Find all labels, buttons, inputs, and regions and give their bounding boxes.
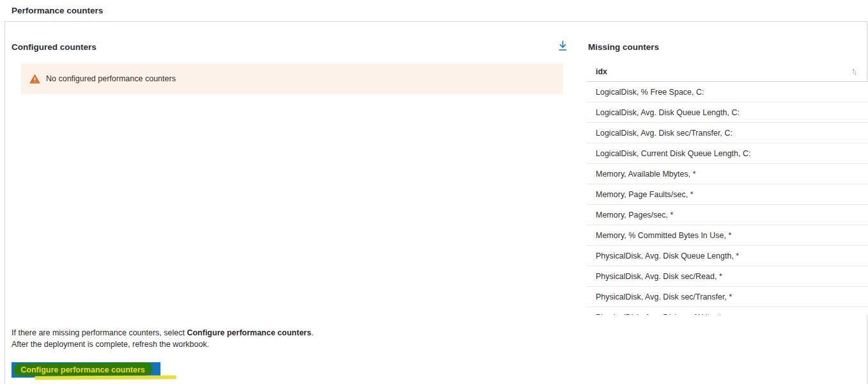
table-row[interactable]: LogicalDisk, Current Disk Queue Length, …: [587, 143, 868, 164]
instruction-bold-segment: Configure performance counters: [187, 328, 311, 337]
table-row[interactable]: Memory, % Committed Bytes In Use, *: [587, 225, 868, 246]
missing-counters-heading: Missing counters: [588, 42, 659, 52]
instruction-line-2: After the deployment is complete, refres…: [12, 339, 313, 351]
idx-column-label: idx: [587, 67, 607, 76]
table-row[interactable]: PhysicalDisk, Avg. Disk sec/Write, *: [587, 307, 868, 315]
table-row[interactable]: LogicalDisk, Avg. Disk sec/Transfer, C:: [587, 123, 868, 143]
warning-banner: No configured performance counters: [21, 63, 563, 94]
table-row[interactable]: Memory, Page Faults/sec, *: [587, 184, 868, 205]
table-row[interactable]: PhysicalDisk, Avg. Disk sec/Read, *: [587, 266, 868, 287]
sort-down-arrow: ↓: [853, 68, 857, 77]
instruction-line-1: If there are missing performance counter…: [12, 328, 313, 339]
idx-column-header[interactable]: idx ↑↓: [587, 61, 868, 82]
download-icon[interactable]: [555, 38, 570, 54]
table-row[interactable]: Memory, Pages/sec, *: [587, 205, 868, 225]
sort-icon[interactable]: ↑↓: [851, 67, 859, 76]
instructions-text: If there are missing performance counter…: [12, 328, 313, 350]
warning-icon: [29, 74, 40, 84]
missing-counters-rows: LogicalDisk, % Free Space, C:LogicalDisk…: [587, 82, 868, 315]
table-row[interactable]: LogicalDisk, Avg. Disk Queue Length, C:: [587, 102, 868, 123]
warning-message: No configured performance counters: [46, 74, 176, 83]
table-row[interactable]: PhysicalDisk, Avg. Disk Queue Length, *: [587, 246, 868, 266]
table-row[interactable]: LogicalDisk, % Free Space, C:: [587, 82, 868, 102]
configured-counters-heading: Configured counters: [12, 42, 97, 52]
configure-button-label: Configure performance counters: [12, 362, 154, 378]
download-arrow-glyph: [557, 40, 568, 52]
configure-performance-counters-button[interactable]: Configure performance counters: [12, 362, 160, 378]
table-row[interactable]: Memory, Available Mbytes, *: [587, 164, 868, 184]
table-row[interactable]: PhysicalDisk, Avg. Disk sec/Transfer, *: [587, 287, 868, 307]
page-title: Performance counters: [12, 6, 103, 15]
missing-counters-table: idx ↑↓ LogicalDisk, % Free Space, C:Logi…: [587, 61, 868, 315]
